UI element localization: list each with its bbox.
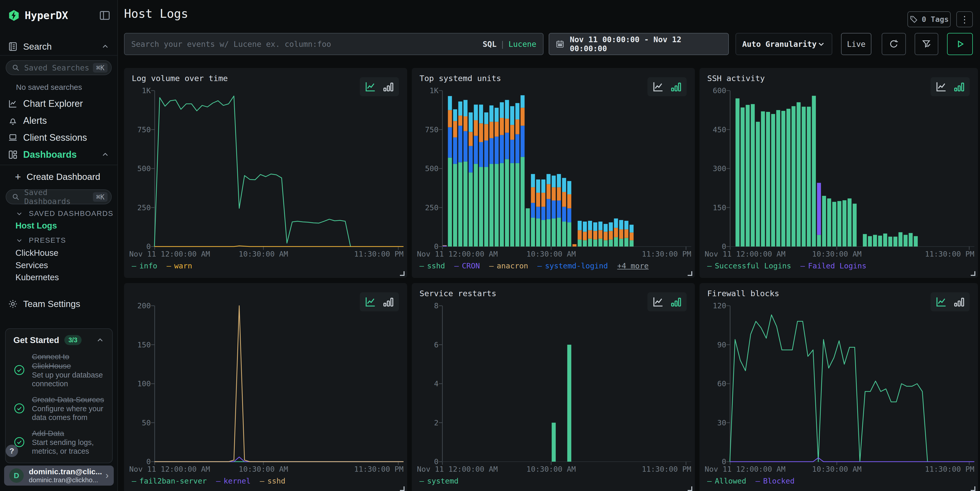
event-search-input[interactable]: Search your events w/ Lucene ex. column:… bbox=[124, 33, 544, 55]
presets-header[interactable]: PRESETS bbox=[16, 236, 66, 245]
chart-plot[interactable] bbox=[154, 91, 404, 246]
main-content: Host Logs 0 Tags ⋮ Search your events w/… bbox=[118, 0, 980, 491]
chevron-up-icon[interactable] bbox=[101, 150, 110, 159]
legend-item[interactable]: —anacron bbox=[489, 261, 528, 270]
chart-plot[interactable] bbox=[730, 91, 974, 246]
granularity-select[interactable]: Auto Granularity bbox=[735, 33, 832, 55]
panel-log-volume: Log volume over time 02505007501K Nov 11… bbox=[124, 68, 407, 278]
saved-dashboards-header[interactable]: SAVED DASHBOARDS bbox=[16, 210, 113, 218]
sidebar-item-team-settings[interactable]: Team Settings bbox=[0, 297, 117, 311]
laptop-icon bbox=[8, 132, 18, 143]
legend-item[interactable]: —sshd bbox=[420, 261, 445, 270]
help-button[interactable]: ? bbox=[6, 445, 18, 457]
panel-title: Firewall blocks bbox=[707, 289, 779, 298]
y-axis-labels: 02505007501K bbox=[124, 91, 151, 246]
chart-plot[interactable] bbox=[154, 306, 404, 462]
y-tick-label: 60 bbox=[717, 380, 726, 388]
y-tick-label: 500 bbox=[425, 164, 439, 173]
calendar-icon bbox=[555, 40, 565, 49]
hyperdx-logo-icon bbox=[8, 9, 20, 22]
legend-item[interactable]: —fail2ban-server bbox=[132, 477, 207, 485]
saved-searches-input[interactable]: Saved Searches ⌘K bbox=[6, 60, 112, 75]
legend-item[interactable]: —Successful Logins bbox=[707, 261, 791, 270]
query-language-toggle[interactable]: SQL|Lucene bbox=[482, 40, 536, 49]
lucene-toggle[interactable]: Lucene bbox=[509, 40, 536, 49]
chart-plot[interactable] bbox=[442, 306, 691, 462]
x-tick-label: 10:30:00 AM bbox=[812, 249, 862, 258]
check-circle-icon bbox=[13, 402, 25, 414]
chart-legend: —Allowed—Blocked bbox=[707, 477, 794, 485]
legend-item[interactable]: —Allowed bbox=[707, 477, 746, 485]
x-tick-label: Nov 11 12:00:00 AM bbox=[129, 465, 210, 474]
legend-more-link[interactable]: +4 more bbox=[617, 261, 649, 270]
x-tick-label: Nov 11 12:00:00 AM bbox=[705, 465, 786, 474]
chart-plot[interactable] bbox=[730, 306, 974, 462]
get-started-item-add-data[interactable]: Add Data Start sending logs, metrics, or… bbox=[13, 429, 105, 456]
user-menu[interactable]: D dominic.tran@clic... dominic.tran@clic… bbox=[4, 466, 114, 486]
saved-dashboards-input[interactable]: Saved Dashboards ⌘K bbox=[6, 189, 112, 204]
panel-title: SSH activity bbox=[707, 74, 765, 83]
get-started-item-connect[interactable]: Connect to ClickHouse Set up your databa… bbox=[13, 352, 105, 388]
chevron-up-icon[interactable] bbox=[96, 336, 105, 345]
sidebar-item-chart-explorer[interactable]: Chart Explorer bbox=[0, 96, 117, 112]
sidebar-item-clickhouse[interactable]: ClickHouse bbox=[16, 248, 59, 258]
y-tick-label: 150 bbox=[137, 341, 151, 349]
x-tick-label: 11:30:00 PM bbox=[925, 465, 974, 474]
y-axis-labels: 02505007501K bbox=[412, 91, 439, 246]
sidebar-section-search[interactable]: Search bbox=[0, 38, 117, 54]
sidebar-item-services[interactable]: Services bbox=[16, 261, 48, 270]
legend-item[interactable]: —systemd-logind bbox=[537, 261, 608, 270]
chevron-right-icon: › bbox=[105, 470, 108, 481]
legend-item[interactable]: —Failed Logins bbox=[800, 261, 866, 270]
tags-button[interactable]: 0 Tags bbox=[907, 11, 951, 27]
x-axis-labels: Nov 11 12:00:00 AM10:30:00 AM11:30:00 PM bbox=[129, 249, 404, 259]
legend-item[interactable]: —warn bbox=[167, 261, 192, 270]
y-tick-label: 100 bbox=[137, 380, 151, 388]
live-button[interactable]: Live bbox=[841, 33, 872, 55]
legend-item[interactable]: —CRON bbox=[454, 261, 480, 270]
legend-item[interactable]: —systemd bbox=[420, 477, 458, 485]
legend-item[interactable]: —Blocked bbox=[756, 477, 795, 485]
get-started-title: Get Started bbox=[13, 335, 59, 345]
create-dashboard-button[interactable]: + Create Dashboard bbox=[15, 170, 100, 183]
sql-toggle[interactable]: SQL bbox=[482, 40, 496, 49]
x-tick-label: 10:30:00 AM bbox=[526, 465, 576, 474]
filter-button[interactable] bbox=[915, 33, 938, 55]
sidebar-collapse-icon[interactable] bbox=[99, 10, 111, 21]
y-tick-label: 200 bbox=[137, 302, 151, 310]
kebab-menu-button[interactable]: ⋮ bbox=[956, 11, 973, 27]
page-title: Host Logs bbox=[124, 7, 188, 21]
date-range-input[interactable]: Nov 11 00:00:00 - Nov 12 00:00:00 bbox=[549, 33, 729, 55]
get-started-card: Get Started 3/3 Connect to ClickHouse Se… bbox=[5, 328, 113, 463]
sidebar: HyperDX Search Saved Searches ⌘K No save… bbox=[0, 0, 118, 491]
y-tick-label: 8 bbox=[434, 302, 439, 310]
chevron-up-icon[interactable] bbox=[101, 42, 110, 51]
y-axis-labels: 0150300450600 bbox=[700, 91, 726, 246]
sidebar-item-kubernetes[interactable]: Kubernetes bbox=[16, 273, 59, 282]
y-tick-label: 1K bbox=[430, 86, 439, 95]
granularity-value: Auto Granularity bbox=[742, 40, 817, 49]
sidebar-item-host-logs[interactable]: Host Logs bbox=[16, 221, 57, 230]
legend-item[interactable]: —sshd bbox=[260, 477, 285, 485]
panel-title: Log volume over time bbox=[132, 74, 228, 83]
x-tick-label: 11:30:00 PM bbox=[642, 465, 691, 474]
check-circle-icon bbox=[13, 364, 25, 376]
x-tick-label: 11:30:00 PM bbox=[354, 465, 404, 474]
y-tick-label: 90 bbox=[717, 341, 726, 349]
legend-item[interactable]: —info bbox=[132, 261, 157, 270]
chart-plot[interactable] bbox=[442, 91, 691, 246]
y-tick-label: 450 bbox=[713, 126, 726, 134]
panel-title: Top systemd units bbox=[420, 74, 501, 83]
x-axis-labels: Nov 11 12:00:00 AM10:30:00 AM11:30:00 PM bbox=[417, 249, 691, 259]
get-started-item-sources[interactable]: Create Data Sources Configure where your… bbox=[13, 395, 105, 422]
sidebar-item-client-sessions[interactable]: Client Sessions bbox=[0, 130, 117, 146]
legend-item[interactable]: —kernel bbox=[216, 477, 250, 485]
sidebar-item-dashboards[interactable]: Dashboards bbox=[0, 147, 117, 163]
refresh-button[interactable] bbox=[882, 33, 906, 55]
y-tick-label: 750 bbox=[425, 126, 439, 134]
x-axis-labels: Nov 11 12:00:00 AM10:30:00 AM11:30:00 PM bbox=[129, 465, 404, 475]
run-query-button[interactable] bbox=[947, 33, 973, 55]
filter-edit-icon bbox=[921, 39, 932, 49]
sidebar-item-alerts[interactable]: Alerts bbox=[0, 113, 117, 129]
y-tick-label: 250 bbox=[425, 203, 439, 212]
